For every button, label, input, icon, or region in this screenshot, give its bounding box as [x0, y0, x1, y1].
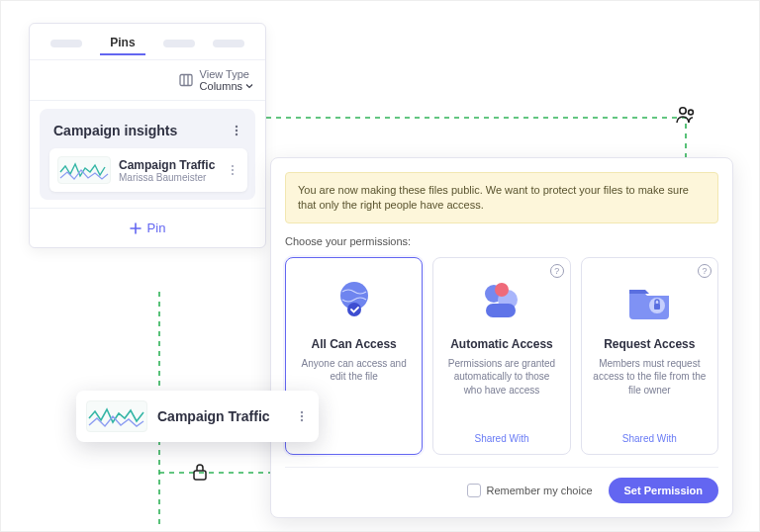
svg-point-5 — [236, 126, 238, 128]
view-type-selector[interactable]: View Type Columns — [30, 60, 265, 101]
svg-rect-22 — [654, 304, 660, 310]
sparkline-thumbnail — [57, 156, 111, 184]
tab-pins[interactable]: Pins — [100, 32, 144, 55]
remember-choice[interactable]: Remember my choice — [467, 484, 593, 497]
svg-point-0 — [680, 108, 686, 114]
team-icon — [472, 274, 531, 325]
svg-point-9 — [232, 169, 234, 171]
svg-rect-2 — [180, 75, 192, 86]
set-permission-button[interactable]: Set Permission — [609, 478, 718, 503]
svg-rect-20 — [486, 304, 516, 317]
traffic-title: Campaign Traffic — [157, 408, 285, 424]
svg-point-16 — [347, 303, 361, 316]
shared-with-link[interactable]: Shared With — [622, 433, 677, 444]
tab-placeholder[interactable] — [163, 40, 195, 47]
perm-title: Automatic Access — [450, 337, 553, 351]
pins-panel: Pins View Type Columns Campaign insights — [29, 23, 266, 248]
public-warning-banner: You are now making these files public. W… — [285, 172, 718, 223]
dragged-traffic-card[interactable]: Campaign Traffic — [76, 391, 319, 442]
view-type-value: Columns — [200, 80, 242, 92]
help-icon[interactable]: ? — [698, 264, 712, 278]
plus-icon — [130, 222, 142, 234]
globe-icon — [325, 274, 384, 325]
more-icon[interactable] — [295, 409, 309, 423]
perm-desc: Members must request access to the file … — [590, 357, 710, 423]
perm-title: All Can Access — [312, 337, 397, 351]
locked-folder-icon — [619, 274, 679, 325]
svg-point-12 — [301, 415, 303, 417]
lock-icon — [190, 462, 210, 482]
more-icon[interactable] — [230, 124, 243, 137]
perm-desc: Permissions are granted automatically to… — [441, 357, 561, 423]
pin-button[interactable]: Pin — [30, 208, 265, 247]
permissions-modal: You are now making these files public. W… — [270, 157, 733, 518]
tabs-row: Pins — [30, 24, 265, 60]
help-icon[interactable]: ? — [550, 264, 564, 278]
svg-point-10 — [232, 173, 234, 175]
people-icon — [674, 103, 698, 127]
svg-point-8 — [232, 165, 234, 167]
shared-with-link[interactable]: Shared With — [474, 433, 528, 444]
chevron-down-icon — [245, 82, 253, 90]
checkbox[interactable] — [467, 484, 481, 497]
perm-option-automatic-access[interactable]: ? Automatic Access Permissions are grant… — [432, 257, 570, 455]
svg-point-11 — [301, 411, 303, 413]
perm-title: Request Access — [604, 337, 695, 351]
svg-point-7 — [236, 133, 238, 135]
tab-placeholder[interactable] — [50, 40, 82, 47]
traffic-title: Campaign Traffic — [119, 158, 218, 172]
svg-point-6 — [236, 130, 238, 132]
svg-point-1 — [689, 110, 694, 115]
choose-permissions-label: Choose your permissions: — [285, 235, 718, 247]
svg-rect-14 — [194, 471, 206, 480]
sparkline-thumbnail — [86, 400, 147, 432]
columns-icon — [178, 72, 194, 88]
svg-point-19 — [495, 283, 509, 297]
traffic-card[interactable]: Campaign Traffic Marissa Baumeister — [49, 148, 247, 192]
insights-card: Campaign insights Campaign Traffic Maris… — [40, 109, 255, 200]
view-type-title: View Type — [200, 68, 249, 80]
svg-point-13 — [301, 419, 303, 421]
tab-placeholder[interactable] — [213, 40, 244, 47]
more-icon[interactable] — [226, 163, 239, 177]
traffic-author: Marissa Baumeister — [119, 172, 218, 183]
perm-option-request-access[interactable]: ? Request Access Members must request ac… — [581, 257, 718, 455]
insights-title: Campaign insights — [53, 123, 177, 138]
